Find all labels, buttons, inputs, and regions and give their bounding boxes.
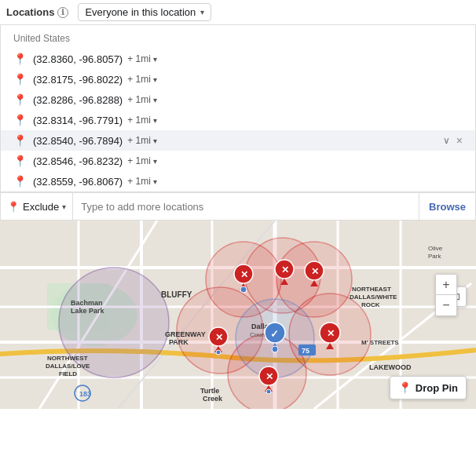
location-radius[interactable]: + 1mi ▾ bbox=[127, 155, 157, 166]
map-zoom-controls: + − bbox=[435, 274, 457, 316]
svg-text:Creek: Creek bbox=[203, 395, 223, 403]
location-coords: (32.8559, -96.8067) bbox=[33, 176, 123, 188]
item-actions: ∨× bbox=[443, 135, 463, 146]
item-remove-button[interactable]: × bbox=[456, 135, 463, 146]
svg-point-70 bbox=[216, 350, 221, 355]
svg-text:DALLAS/WHITE: DALLAS/WHITE bbox=[350, 294, 397, 301]
locations-text: Locations bbox=[6, 6, 54, 18]
locations-widget: Locations ℹ Everyone in this location ▾ … bbox=[0, 0, 476, 409]
location-coords: (32.8546, -96.8232) bbox=[33, 155, 123, 167]
svg-point-69 bbox=[272, 346, 278, 352]
exclude-chevron-icon: ▾ bbox=[62, 202, 66, 211]
radius-chevron-icon: ▾ bbox=[153, 75, 157, 84]
svg-text:ROCK: ROCK bbox=[361, 301, 380, 308]
location-radius[interactable]: + 1mi ▾ bbox=[127, 135, 157, 146]
svg-text:✕: ✕ bbox=[215, 332, 223, 343]
svg-text:✕: ✕ bbox=[311, 266, 319, 277]
radius-chevron-icon: ▾ bbox=[153, 96, 157, 104]
location-item: 📍(32.8546, -96.8232)+ 1mi ▾ bbox=[1, 151, 475, 171]
svg-text:Lake Park: Lake Park bbox=[71, 307, 105, 315]
radius-chevron-icon: ▾ bbox=[153, 177, 157, 186]
browse-button[interactable]: Browse bbox=[419, 193, 475, 220]
svg-point-68 bbox=[240, 286, 247, 293]
svg-text:NORTHWEST: NORTHWEST bbox=[47, 355, 88, 362]
location-coords: (32.8360, -96.8057) bbox=[33, 53, 123, 65]
svg-text:BLUFFY: BLUFFY bbox=[161, 290, 192, 299]
location-radius[interactable]: + 1mi ▾ bbox=[127, 53, 157, 64]
header-bar: Locations ℹ Everyone in this location ▾ bbox=[0, 0, 476, 25]
location-radius[interactable]: + 1mi ▾ bbox=[127, 176, 157, 187]
add-location-bar: 📍 Exclude ▾ Browse bbox=[0, 192, 476, 221]
location-item: 📍(32.8286, -96.8288)+ 1mi ▾ bbox=[1, 89, 475, 110]
location-coords: (32.8540, -96.7894) bbox=[33, 135, 123, 147]
red-pin-icon: 📍 bbox=[13, 175, 27, 188]
exclude-label: Exclude bbox=[23, 201, 59, 213]
svg-text:✕: ✕ bbox=[265, 371, 273, 382]
svg-text:LAKEWOOD: LAKEWOOD bbox=[369, 363, 412, 371]
dropdown-chevron-icon: ▾ bbox=[200, 8, 204, 16]
red-pin-icon: 📍 bbox=[13, 73, 27, 86]
location-item: 📍(32.8559, -96.8067)+ 1mi ▾ bbox=[1, 171, 475, 191]
info-icon[interactable]: ℹ bbox=[57, 7, 68, 18]
location-radius[interactable]: + 1mi ▾ bbox=[127, 115, 157, 126]
svg-text:DALLAS/LOVE: DALLAS/LOVE bbox=[46, 363, 90, 370]
svg-text:✕: ✕ bbox=[327, 328, 335, 339]
location-items-list: 📍(32.8360, -96.8057)+ 1mi ▾📍(32.8175, -9… bbox=[1, 49, 475, 191]
location-item: 📍(32.8175, -96.8022)+ 1mi ▾ bbox=[1, 69, 475, 89]
location-item: 📍(32.8314, -96.7791)+ 1mi ▾ bbox=[1, 110, 475, 130]
radius-chevron-icon: ▾ bbox=[153, 137, 157, 145]
svg-text:NORTHEAST: NORTHEAST bbox=[352, 286, 391, 293]
drop-pin-label: Drop Pin bbox=[416, 382, 458, 394]
location-radius[interactable]: + 1mi ▾ bbox=[127, 94, 157, 105]
radius-chevron-icon: ▾ bbox=[153, 116, 157, 125]
svg-text:✓: ✓ bbox=[270, 328, 279, 340]
svg-text:M' STREETS: M' STREETS bbox=[361, 339, 399, 346]
zoom-in-button[interactable]: + bbox=[436, 275, 456, 295]
blue-pin-icon: 📍 bbox=[13, 53, 27, 65]
svg-point-71 bbox=[266, 389, 271, 394]
svg-text:Turtle: Turtle bbox=[200, 387, 219, 395]
zoom-out-button[interactable]: − bbox=[436, 295, 456, 315]
svg-text:PARK: PARK bbox=[169, 338, 189, 346]
radius-chevron-icon: ▾ bbox=[153, 55, 157, 64]
svg-text:FIELD: FIELD bbox=[59, 370, 77, 377]
svg-text:GREENWAY: GREENWAY bbox=[165, 330, 206, 338]
item-expand-icon[interactable]: ∨ bbox=[443, 135, 450, 146]
red-pin-icon: 📍 bbox=[13, 134, 27, 147]
map-controls-group: + − ⊡ bbox=[446, 283, 467, 307]
drop-pin-button[interactable]: 📍 Drop Pin bbox=[390, 376, 467, 399]
exclude-pin-icon: 📍 bbox=[7, 201, 20, 213]
location-radius[interactable]: + 1mi ▾ bbox=[127, 74, 157, 85]
drop-pin-icon: 📍 bbox=[398, 381, 412, 394]
red-pin-icon: 📍 bbox=[13, 155, 27, 167]
svg-text:Park: Park bbox=[428, 253, 441, 260]
location-coords: (32.8175, -96.8022) bbox=[33, 74, 123, 86]
svg-text:75: 75 bbox=[302, 347, 309, 355]
location-coords: (32.8286, -96.8288) bbox=[33, 94, 123, 106]
svg-text:Bachman: Bachman bbox=[71, 299, 103, 307]
svg-text:✕: ✕ bbox=[240, 269, 248, 280]
red-pin-icon: 📍 bbox=[13, 93, 27, 106]
exclude-dropdown[interactable]: 📍 Exclude ▾ bbox=[1, 193, 73, 220]
section-label: United States bbox=[1, 25, 475, 49]
svg-text:Olive: Olive bbox=[428, 245, 443, 252]
location-coords: (32.8314, -96.7791) bbox=[33, 115, 123, 126]
map-container: Bachman Lake Park BLUFFY GREENWAY PARK D… bbox=[0, 221, 476, 409]
everyone-dropdown[interactable]: Everyone in this location ▾ bbox=[78, 3, 211, 21]
location-item: 📍(32.8360, -96.8057)+ 1mi ▾ bbox=[1, 49, 475, 69]
location-list-container: United States 📍(32.8360, -96.8057)+ 1mi … bbox=[0, 25, 476, 192]
location-item: 📍(32.8540, -96.7894)+ 1mi ▾∨× bbox=[1, 130, 475, 151]
red-pin-icon: 📍 bbox=[13, 114, 27, 126]
dropdown-label: Everyone in this location bbox=[85, 6, 196, 18]
locations-section-label: Locations ℹ bbox=[6, 6, 78, 18]
svg-text:✕: ✕ bbox=[281, 264, 289, 275]
svg-text:183: 183 bbox=[79, 390, 91, 398]
radius-chevron-icon: ▾ bbox=[153, 157, 157, 166]
add-location-input[interactable] bbox=[73, 201, 419, 213]
